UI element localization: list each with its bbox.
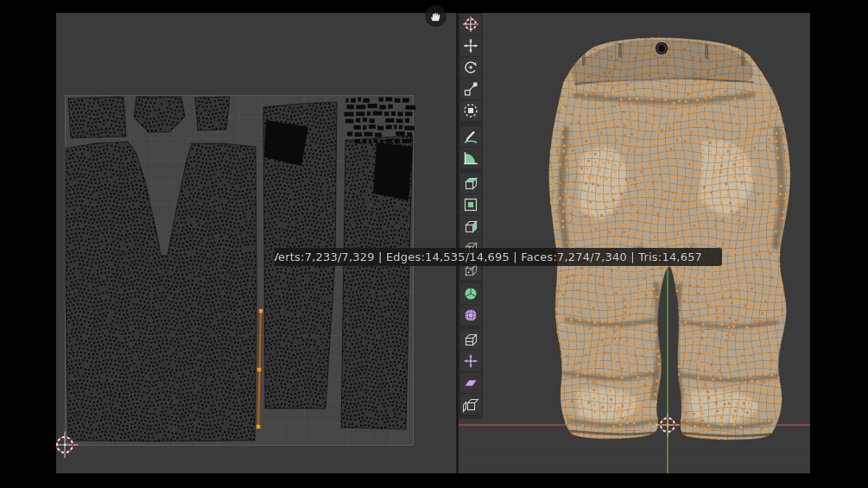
tool-shrink-fatten-tool[interactable] (460, 351, 481, 371)
rotate-tool-icon (462, 59, 479, 76)
tool-annotate-tool[interactable] (460, 126, 481, 147)
tool-transform-tool[interactable] (460, 100, 481, 121)
stat-separator: | (510, 250, 521, 263)
shrink-fatten-tool-icon (462, 352, 479, 370)
tool-scale-tool[interactable] (460, 79, 481, 99)
statistics-text: Verts:7,233/7,329 | Edges:14,535/14,695 … (275, 248, 702, 266)
stat-verts-label: Verts: (275, 250, 305, 263)
inset-faces-tool-icon (462, 196, 479, 213)
move-tool-icon (462, 37, 479, 54)
stat-separator: | (627, 250, 638, 263)
uv-editor-canvas[interactable] (56, 13, 456, 473)
stat-edges-value: 14,535/14,695 (425, 250, 510, 263)
blender-window: Verts:7,233/7,329 | Edges:14,535/14,695 … (56, 13, 810, 473)
mouse-pointer-overlay (425, 5, 447, 27)
tool-cursor-tool[interactable] (460, 14, 481, 35)
shear-tool-icon (462, 374, 479, 391)
tool-smooth-tool[interactable] (460, 305, 481, 326)
bevel-tool-icon (462, 218, 479, 235)
viewport-toolbar (459, 13, 483, 419)
stat-faces-label: Faces: (521, 250, 557, 263)
stat-separator: | (375, 250, 386, 263)
statistics-overlay: Verts:7,233/7,329 | Edges:14,535/14,695 … (275, 248, 722, 266)
smooth-tool-icon (462, 307, 479, 324)
scale-tool-icon (462, 80, 479, 98)
edge-slide-tool-icon (462, 331, 479, 348)
tool-rotate-tool[interactable] (460, 57, 481, 78)
stat-verts-value: 7,233/7,329 (305, 250, 375, 263)
hand-grab-icon (429, 10, 442, 22)
stat-edges-label: Edges: (386, 250, 425, 263)
spin-tool-icon (462, 285, 479, 302)
tool-inset-faces-tool[interactable] (460, 194, 481, 215)
cursor-tool-icon (462, 16, 479, 33)
measure-tool-icon (462, 149, 479, 167)
tool-edge-slide-tool[interactable] (460, 329, 481, 350)
rip-region-tool-icon (462, 396, 479, 413)
extrude-region-tool-icon (462, 174, 479, 192)
tool-extrude-region-tool[interactable] (460, 173, 481, 193)
screenshot-stage: Verts:7,233/7,329 | Edges:14,535/14,695 … (0, 0, 868, 488)
tool-shear-tool[interactable] (460, 372, 481, 393)
tool-measure-tool[interactable] (460, 148, 481, 168)
transform-tool-icon (462, 102, 479, 119)
tool-move-tool[interactable] (460, 35, 481, 56)
viewport-3d-canvas[interactable] (458, 13, 810, 473)
stat-tris-label: Tris: (638, 250, 662, 263)
tool-bevel-tool[interactable] (460, 216, 481, 237)
stat-tris-value: 14,657 (662, 250, 702, 263)
tool-spin-tool[interactable] (460, 283, 481, 304)
stat-faces-value: 7,274/7,340 (557, 250, 627, 263)
tool-rip-region-tool[interactable] (460, 394, 481, 415)
annotate-tool-icon (462, 128, 479, 145)
